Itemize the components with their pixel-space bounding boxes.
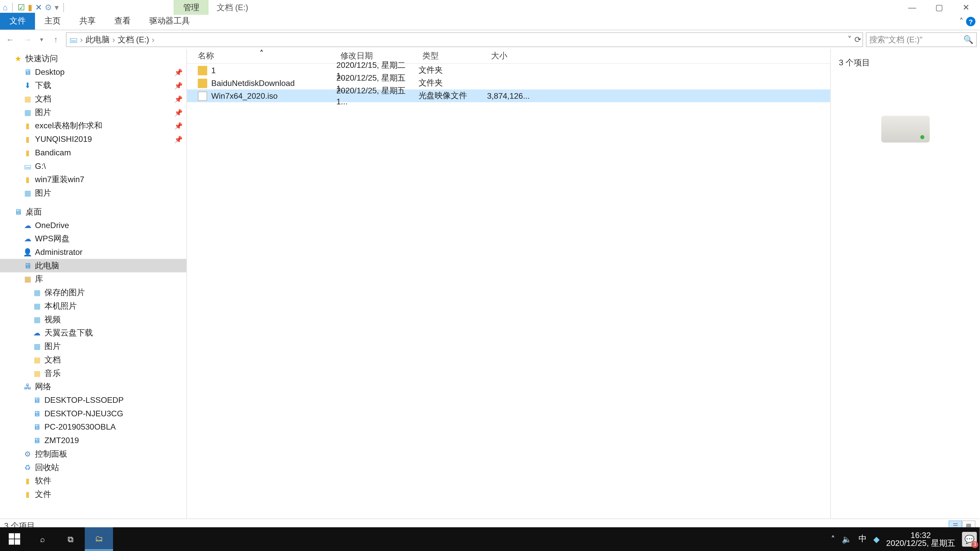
- tree-this-pc[interactable]: 🖥此电脑: [0, 259, 186, 272]
- tree-label: win7重装win7: [35, 174, 84, 185]
- pin-icon: 📌: [174, 135, 183, 143]
- search-input[interactable]: 搜索"文档 (E:)" 🔍: [866, 32, 977, 47]
- search-button[interactable]: ⌕: [28, 527, 57, 551]
- tree-onedrive[interactable]: ☁OneDrive: [0, 219, 186, 232]
- tree-gdrive[interactable]: 🖴G:\: [0, 159, 186, 173]
- ribbon-tab-home[interactable]: 主页: [35, 13, 70, 30]
- file-rows: 12020/12/15, 星期二 1...文件夹BaiduNetdiskDown…: [187, 64, 830, 102]
- qat-dropdown-icon[interactable]: ▾: [55, 3, 59, 12]
- tree-label: YUNQISHI2019: [35, 135, 92, 144]
- tree-videos[interactable]: ▦视频: [0, 313, 186, 326]
- tree-label: 文档: [45, 354, 60, 365]
- tree-pictures[interactable]: ▦图片📌: [0, 106, 186, 119]
- tree-admin[interactable]: 👤Administrator: [0, 245, 186, 259]
- col-type[interactable]: 类型: [418, 51, 487, 62]
- chevron-right-icon[interactable]: ›: [80, 35, 83, 44]
- qat-checkbox-icon[interactable]: ☑: [18, 3, 25, 12]
- chevron-right-icon[interactable]: ›: [152, 35, 155, 44]
- tree-label: 桌面: [25, 206, 41, 218]
- tree-label: 库: [35, 273, 43, 285]
- ribbon-tab-file[interactable]: 文件: [0, 13, 35, 30]
- column-headers: 名称 修改日期 类型 大小: [187, 49, 830, 64]
- chevron-right-icon[interactable]: ›: [112, 35, 115, 44]
- minimize-button[interactable]: —: [899, 0, 926, 15]
- windows-logo-icon: [8, 533, 20, 545]
- tree-camera-roll[interactable]: ▦本机照片: [0, 299, 186, 313]
- tree-lib-music[interactable]: ▦音乐: [0, 367, 186, 380]
- tree-network[interactable]: 🖧网络: [0, 380, 186, 393]
- tree-quick-access[interactable]: ★快速访问: [0, 52, 186, 65]
- tree-win7re[interactable]: ▮win7重装win7: [0, 173, 186, 186]
- close-button[interactable]: ✕: [953, 0, 980, 15]
- tree-network-pc2[interactable]: 🖥DESKTOP-NJEU3CG: [0, 407, 186, 421]
- tree-software[interactable]: ▮软件: [0, 474, 186, 487]
- tray-app-icon[interactable]: ◆: [873, 534, 880, 544]
- ribbon-tab-share[interactable]: 共享: [70, 13, 105, 30]
- nav-recent-button[interactable]: ▾: [38, 32, 46, 47]
- taskbar-explorer-button[interactable]: 🗂: [85, 527, 113, 551]
- qat-close-icon[interactable]: ✕: [35, 3, 42, 12]
- tray-ime-indicator[interactable]: 中: [859, 533, 867, 545]
- tree-excel[interactable]: ▮excel表格制作求和📌: [0, 119, 186, 133]
- col-name[interactable]: 名称: [187, 51, 336, 62]
- tree-wps[interactable]: ☁WPS网盘: [0, 232, 186, 245]
- qat-folder-icon[interactable]: ▮: [28, 3, 32, 12]
- file-row[interactable]: BaiduNetdiskDownload2020/12/25, 星期五 1...…: [187, 77, 830, 89]
- qat-settings-icon[interactable]: ⚙: [45, 3, 52, 12]
- file-name: BaiduNetdiskDownload: [211, 78, 295, 88]
- tree-control-panel[interactable]: ⚙控制面板: [0, 447, 186, 461]
- nav-back-button[interactable]: ←: [3, 32, 18, 47]
- tree-files[interactable]: ▮文件: [0, 487, 186, 501]
- file-type: 文件夹: [418, 65, 487, 76]
- breadcrumb-this-pc[interactable]: 此电脑: [86, 34, 110, 45]
- tree-documents[interactable]: ▦文档📌: [0, 92, 186, 106]
- qat-app-icon: ⌂: [3, 3, 8, 12]
- nav-forward-button[interactable]: →: [20, 32, 35, 47]
- tree-label: 回收站: [35, 462, 59, 473]
- tree-network-pc3[interactable]: 🖥PC-20190530OBLA: [0, 421, 186, 434]
- tree-label: 天翼云盘下载: [45, 327, 93, 338]
- tree-saved-pictures[interactable]: ▦保存的图片: [0, 286, 186, 299]
- refresh-icon[interactable]: ⟳: [854, 35, 861, 44]
- tree-network-pc1[interactable]: 🖥DESKTOP-LSSOEDP: [0, 393, 186, 407]
- tree-label: Bandicam: [35, 148, 71, 157]
- tree-label: DESKTOP-NJEU3CG: [45, 409, 123, 418]
- task-view-button[interactable]: ⧉: [56, 527, 85, 551]
- ribbon: 文件 主页 共享 查看 驱动器工具 ˄ ?: [0, 15, 980, 30]
- tray-volume-icon[interactable]: 🔈: [842, 534, 852, 544]
- tree-bandicam[interactable]: ▮Bandicam: [0, 146, 186, 159]
- tree-desktop[interactable]: 🖥Desktop📌: [0, 65, 186, 79]
- tree-lib-documents[interactable]: ▦文档: [0, 353, 186, 367]
- tree-label: DESKTOP-LSSOEDP: [45, 395, 124, 405]
- tree-library[interactable]: ▦库: [0, 272, 186, 286]
- maximize-button[interactable]: ▢: [926, 0, 953, 15]
- taskbar-clock[interactable]: 16:32 2020/12/25, 星期五: [886, 531, 955, 547]
- col-size[interactable]: 大小: [487, 51, 527, 62]
- tray-chevron-up-icon[interactable]: ˄: [831, 534, 835, 544]
- file-row[interactable]: 12020/12/15, 星期二 1...文件夹: [187, 64, 830, 76]
- action-center-button[interactable]: 💬: [962, 532, 977, 546]
- file-row[interactable]: Win7x64_2020.iso2020/12/25, 星期五 1...光盘映像…: [187, 89, 830, 102]
- tree-pictures2[interactable]: ▦图片: [0, 186, 186, 200]
- tree-lib-pictures[interactable]: ▦图片: [0, 340, 186, 353]
- breadcrumb-current[interactable]: 文档 (E:): [118, 34, 149, 45]
- preview-pane: 3 个项目: [830, 49, 980, 518]
- tree-tianyi[interactable]: ☁天翼云盘下载: [0, 326, 186, 340]
- tree-downloads[interactable]: ⬇下载📌: [0, 79, 186, 92]
- ribbon-tab-view[interactable]: 查看: [105, 13, 140, 30]
- tree-desktop-root[interactable]: 🖥桌面: [0, 205, 186, 219]
- nav-tree[interactable]: ★快速访问 🖥Desktop📌 ⬇下载📌 ▦文档📌 ▦图片📌 ▮excel表格制…: [0, 49, 187, 518]
- address-box[interactable]: 🖴 › 此电脑 › 文档 (E:) › ˅ ⟳: [66, 32, 863, 47]
- ribbon-tab-drive[interactable]: 驱动器工具: [140, 13, 199, 30]
- nav-up-button[interactable]: ↑: [48, 32, 63, 47]
- start-button[interactable]: [0, 527, 28, 551]
- search-icon[interactable]: 🔍: [963, 35, 974, 44]
- file-date: 2020/12/25, 星期五 1...: [336, 86, 418, 106]
- file-list: ˄ 名称 修改日期 类型 大小 12020/12/15, 星期二 1...文件夹…: [187, 49, 830, 518]
- tree-yunqishi[interactable]: ▮YUNQISHI2019📌: [0, 132, 186, 146]
- help-icon[interactable]: ?: [966, 17, 975, 26]
- tree-recycle-bin[interactable]: ♻回收站: [0, 461, 186, 474]
- tree-network-pc4[interactable]: 🖥ZMT2019: [0, 433, 186, 447]
- addr-history-dropdown-icon[interactable]: ˅: [848, 35, 852, 44]
- collapse-ribbon-icon[interactable]: ˄: [959, 17, 963, 26]
